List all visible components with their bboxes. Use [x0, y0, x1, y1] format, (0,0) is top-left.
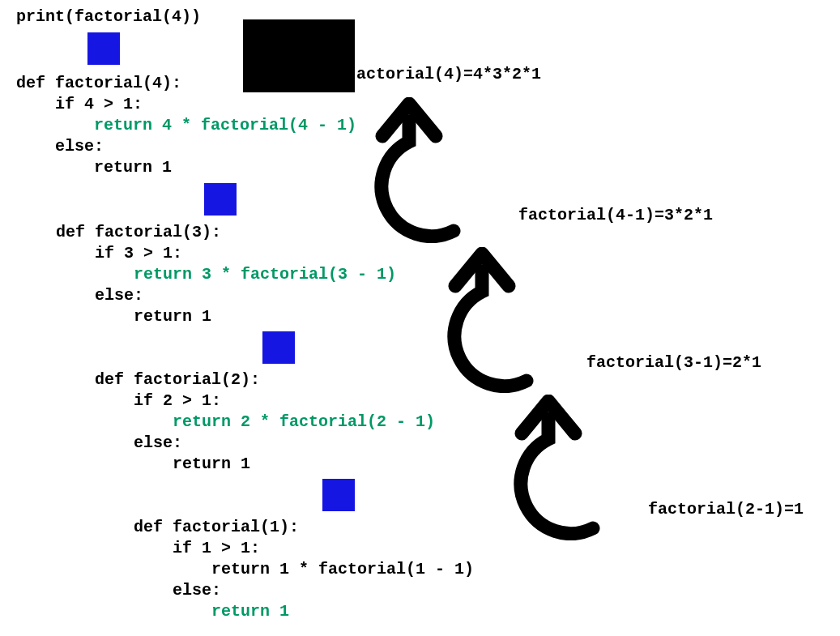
code-factorial-2-def: def factorial(2):: [95, 369, 260, 391]
code-factorial-1-if: if 1 > 1:: [134, 538, 260, 559]
annotation-factorial-4-1: factorial(4-1)=3*2*1: [518, 206, 713, 224]
marker-square-2: [204, 183, 237, 216]
code-factorial-4-return-1: return 1: [16, 157, 172, 178]
code-factorial-1-def: def factorial(1):: [134, 517, 299, 538]
code-factorial-3-return-call: return 3 * factorial(3 - 1): [56, 264, 396, 285]
code-factorial-4-if: if 4 > 1:: [16, 94, 143, 115]
code-factorial-1-return-1: return 1: [134, 601, 289, 622]
code-factorial-2-return-1: return 1: [95, 454, 250, 475]
code-factorial-3-return-1: return 1: [56, 306, 211, 327]
return-arrow-icon: [373, 97, 478, 243]
annotation-factorial-3-1: factorial(3-1)=2*1: [586, 353, 761, 372]
code-factorial-4-return-call: return 4 * factorial(4 - 1): [16, 115, 356, 136]
marker-square-1: [87, 32, 120, 65]
code-factorial-2-else: else:: [95, 433, 182, 454]
annotation-factorial-4: actorial(4)=4*3*2*1: [356, 65, 541, 83]
code-factorial-2-return-call: return 2 * factorial(2 - 1): [95, 412, 435, 433]
code-factorial-4-else: else:: [16, 136, 104, 157]
print-call: print(factorial(4)): [16, 6, 201, 28]
return-arrow-icon: [446, 247, 551, 393]
marker-square-4: [322, 479, 355, 511]
marker-square-3: [262, 331, 295, 364]
code-factorial-2-if: if 2 > 1:: [95, 391, 221, 412]
redaction-box: [243, 19, 355, 92]
code-factorial-3-else: else:: [56, 285, 143, 306]
code-factorial-4-def: def factorial(4):: [16, 73, 181, 94]
annotation-factorial-2-1: factorial(2-1)=1: [648, 500, 804, 519]
code-factorial-3-def: def factorial(3):: [56, 222, 221, 243]
diagram-canvas: print(factorial(4)) def factorial(4): if…: [0, 0, 840, 636]
code-factorial-1-return-call: return 1 * factorial(1 - 1): [134, 559, 474, 580]
code-factorial-1-else: else:: [134, 580, 221, 601]
return-arrow-icon: [512, 395, 617, 540]
code-factorial-3-if: if 3 > 1:: [56, 243, 182, 264]
